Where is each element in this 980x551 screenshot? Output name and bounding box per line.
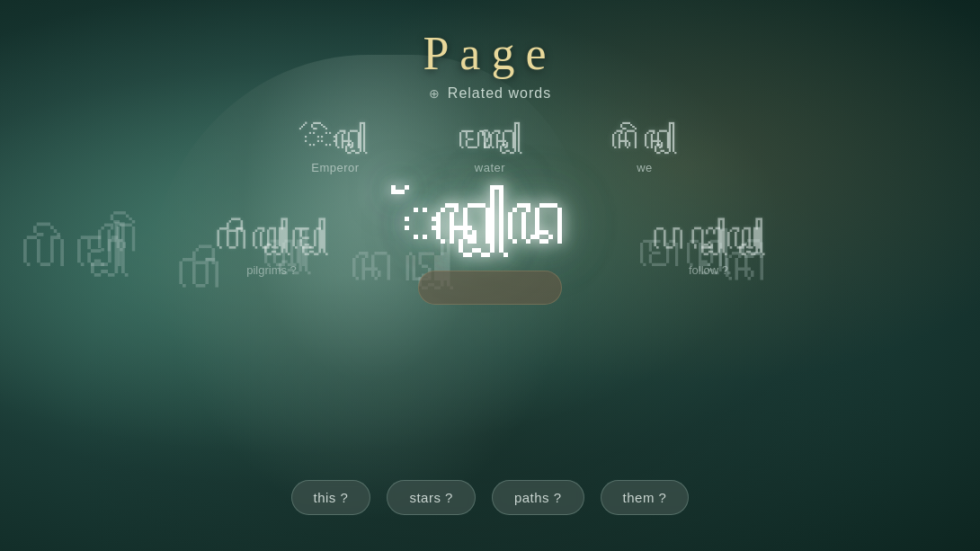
this-button[interactable]: this ? bbox=[291, 480, 371, 515]
them-button[interactable]: them ? bbox=[601, 480, 690, 515]
follow-glyph: ꦥꦔ꧀ꦭ꧀ bbox=[652, 217, 765, 260]
related-item-emperor[interactable]: ꦂꦼꦤ꧀ Emperor bbox=[303, 123, 368, 174]
subtitle-bar: ⊕ Related words bbox=[429, 85, 551, 102]
we-label: we bbox=[637, 161, 653, 174]
stars-button[interactable]: stars ? bbox=[387, 480, 476, 515]
globe-icon: ⊕ bbox=[429, 86, 441, 101]
related-item-water[interactable]: ꦩꦴꦤ꧀ water bbox=[458, 123, 522, 174]
emperor-label: Emperor bbox=[311, 161, 359, 174]
main-glyph: ꦁꦤ꧀ꦢ bbox=[400, 188, 580, 260]
emperor-glyph: ꦂꦼꦤ꧀ bbox=[303, 123, 368, 156]
answer-input[interactable] bbox=[418, 271, 562, 305]
center-section: ꦥꦶꦭ꧀ꦩ꧀ pilgrims ? ꦁꦤ꧀ꦢ ꦥꦔ꧀ꦭ꧀ follow ? bbox=[0, 188, 980, 305]
pilgrims-glyph: ꦥꦶꦭ꧀ꦩ꧀ bbox=[215, 217, 328, 260]
bottom-buttons: this ? stars ? paths ? them ? bbox=[291, 480, 690, 515]
follow-label: follow ? bbox=[689, 263, 728, 277]
related-words-row: ꦂꦼꦤ꧀ Emperor ꦩꦴꦤ꧀ water ꦤꦼꦤ꧀ we bbox=[303, 123, 677, 174]
subtitle-text: Related words bbox=[448, 85, 551, 102]
related-item-we[interactable]: ꦤꦼꦤ꧀ we bbox=[612, 123, 677, 174]
main-container: Page ⊕ Related words ꦂꦼꦤ꧀ Emperor ꦩꦴꦤ꧀ w… bbox=[0, 0, 980, 551]
main-glyph-wrapper: ꦁꦤ꧀ꦢ bbox=[400, 188, 580, 305]
water-glyph: ꦩꦴꦤ꧀ bbox=[458, 123, 522, 156]
paths-button[interactable]: paths ? bbox=[492, 480, 584, 515]
we-glyph: ꦤꦼꦤ꧀ bbox=[612, 123, 677, 156]
pilgrims-label: pilgrims ? bbox=[246, 263, 297, 277]
follow-group: ꦥꦔ꧀ꦭ꧀ follow ? bbox=[652, 217, 765, 277]
water-label: water bbox=[475, 161, 505, 174]
pilgrims-group: ꦥꦶꦭ꧀ꦩ꧀ pilgrims ? bbox=[215, 217, 328, 277]
page-title: Page bbox=[423, 27, 557, 80]
